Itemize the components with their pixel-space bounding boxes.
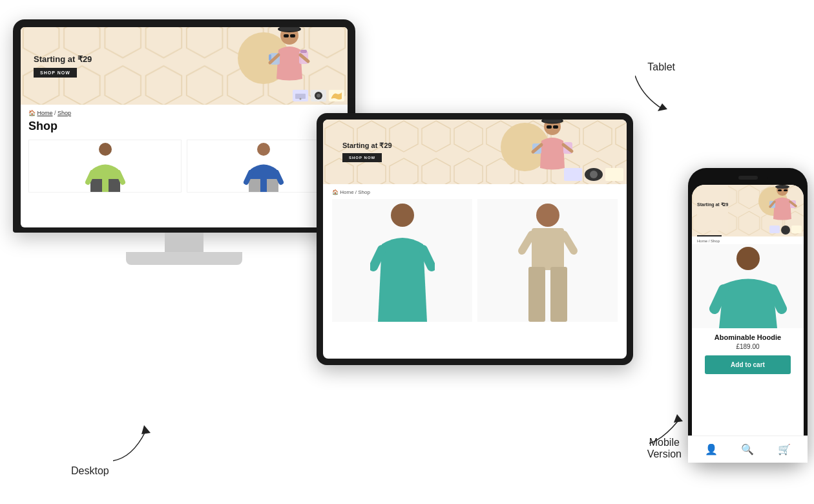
- desktop-banner-text: Starting at ₹29 SHOP NOW: [21, 54, 105, 78]
- starting-at-text: Starting at ₹29: [34, 54, 92, 64]
- svg-rect-5: [284, 34, 289, 37]
- scene: Starting at ₹29 SHOP NOW 🏠 Home / Shop S…: [0, 0, 814, 504]
- mobile-breadcrumb-home[interactable]: Home: [697, 239, 707, 243]
- svg-rect-53: [784, 189, 788, 191]
- nav-cart-icon[interactable]: 🛒: [778, 443, 791, 456]
- svg-marker-61: [141, 425, 151, 434]
- svg-rect-6: [290, 34, 295, 37]
- svg-rect-33: [553, 125, 558, 129]
- svg-marker-63: [674, 414, 683, 423]
- svg-rect-52: [778, 189, 782, 191]
- svg-rect-23: [249, 179, 260, 192]
- mobile-breadcrumb-shop[interactable]: Shop: [711, 239, 720, 243]
- svg-rect-19: [109, 179, 120, 192]
- tablet-products-grid: [332, 199, 618, 322]
- tablet-screen: Starting at ₹29 SHOP NOW 🏠 Home / Shop: [323, 120, 627, 359]
- tablet-label: Tablet: [647, 61, 675, 73]
- desktop-mockup: Starting at ₹29 SHOP NOW 🏠 Home / Shop S…: [13, 19, 355, 265]
- svg-rect-10: [300, 50, 307, 53]
- monitor-screen: Starting at ₹29 SHOP NOW 🏠 Home / Shop S…: [21, 27, 348, 227]
- svg-rect-24: [267, 179, 278, 192]
- tablet-breadcrumb: 🏠 Home / Shop: [332, 189, 618, 195]
- svg-rect-51: [777, 185, 788, 189]
- mobile-version-label: Mobile Version: [647, 437, 682, 460]
- monitor-neck: [165, 233, 204, 252]
- desktop-label: Desktop: [71, 465, 109, 477]
- svg-rect-44: [550, 267, 567, 322]
- tablet-breadcrumb-shop[interactable]: Shop: [358, 189, 370, 195]
- mobile-product-hero: [692, 244, 804, 328]
- svg-rect-42: [532, 228, 564, 270]
- mobile-screen: Starting at ₹29 SHOP NOW Home / Shop: [692, 185, 804, 456]
- mobile-starting-at: Starting at ₹29: [697, 185, 728, 231]
- svg-line-39: [373, 249, 382, 267]
- desktop-products-grid: [28, 140, 340, 193]
- tablet-banner: Starting at ₹29 SHOP NOW: [323, 120, 627, 184]
- mobile-shop-now[interactable]: SHOP NOW: [697, 235, 722, 236]
- mobile-product-info: Abominable Hoodie £189.00 Add to cart: [692, 328, 804, 379]
- breadcrumb-home[interactable]: Home: [37, 110, 53, 116]
- tablet-product-card-2: [477, 199, 618, 322]
- svg-rect-18: [90, 179, 102, 192]
- svg-rect-4: [280, 27, 299, 31]
- add-to-cart-button[interactable]: Add to cart: [705, 355, 791, 374]
- mobile-mockup: Starting at ₹29 SHOP NOW Home / Shop: [688, 168, 808, 463]
- svg-point-17: [99, 143, 112, 156]
- svg-line-45: [522, 235, 532, 251]
- tablet-shop-content: 🏠 Home / Shop: [323, 184, 627, 327]
- monitor-base: [126, 252, 242, 265]
- mobile-banner: Starting at ₹29 SHOP NOW: [692, 185, 804, 236]
- mobile-product-price: £189.00: [697, 343, 798, 350]
- nav-person-icon[interactable]: 👤: [705, 443, 718, 456]
- svg-rect-31: [543, 120, 561, 123]
- nav-search-icon[interactable]: 🔍: [741, 443, 754, 456]
- svg-point-41: [536, 204, 559, 227]
- svg-point-22: [257, 143, 270, 156]
- tablet-breadcrumb-home[interactable]: Home: [340, 189, 353, 195]
- tablet-product-card-1: [332, 199, 472, 322]
- svg-rect-32: [547, 125, 552, 129]
- desktop-product-card-1: [28, 140, 182, 193]
- mobile-notch: [729, 176, 767, 182]
- tablet-frame: Starting at ₹29 SHOP NOW 🏠 Home / Shop: [317, 113, 633, 365]
- desktop-breadcrumb: 🏠 Home / Shop: [28, 110, 340, 116]
- mobile-breadcrumb: Home / Shop: [692, 236, 804, 244]
- desktop-banner: Starting at ₹29 SHOP NOW: [21, 27, 348, 105]
- tablet-shop-now[interactable]: SHOP NOW: [342, 153, 382, 162]
- breadcrumb-shop[interactable]: Shop: [57, 110, 71, 116]
- svg-point-38: [391, 204, 414, 227]
- svg-point-14: [300, 98, 302, 100]
- svg-point-16: [317, 94, 320, 98]
- mobile-label-line2: Version: [647, 448, 682, 460]
- tablet-mockup: Starting at ₹29 SHOP NOW 🏠 Home / Shop: [317, 113, 633, 365]
- mobile-bottom-nav: 👤 🔍 🛒: [692, 436, 804, 456]
- mobile-product-name: Abominable Hoodie: [697, 333, 798, 341]
- tablet-starting-at: Starting at ₹29: [342, 142, 392, 150]
- desktop-product-img-1: [29, 140, 181, 192]
- monitor-frame: Starting at ₹29 SHOP NOW 🏠 Home / Shop S…: [13, 19, 355, 233]
- svg-point-58: [736, 247, 760, 270]
- desktop-shop-title: Shop: [28, 120, 340, 133]
- tablet-banner-text: Starting at ₹29 SHOP NOW: [323, 142, 392, 162]
- svg-rect-43: [528, 267, 545, 322]
- shop-now-button[interactable]: SHOP NOW: [34, 68, 77, 78]
- svg-line-46: [564, 235, 574, 251]
- desktop-shop-content: 🏠 Home / Shop Shop: [21, 105, 348, 198]
- mobile-frame: Starting at ₹29 SHOP NOW Home / Shop: [688, 168, 808, 463]
- svg-line-40: [423, 249, 432, 267]
